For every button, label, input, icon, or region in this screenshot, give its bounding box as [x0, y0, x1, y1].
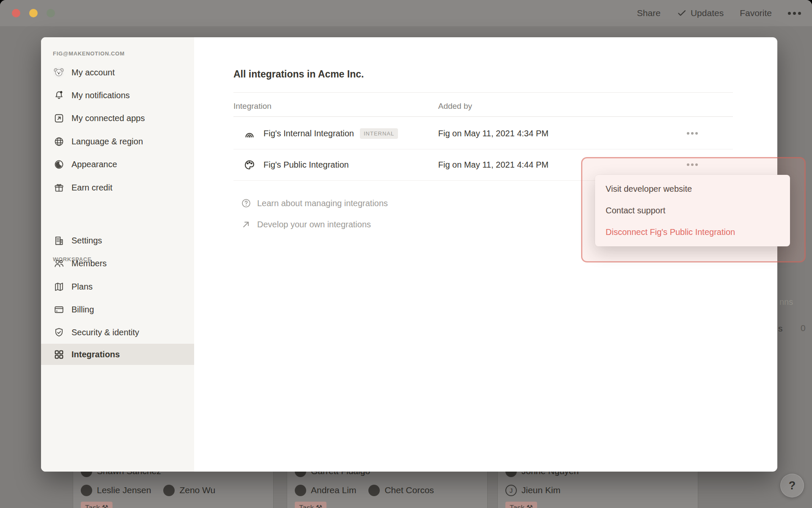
divider: [233, 149, 733, 149]
sidebar-item-label: Language & region: [71, 137, 143, 146]
sidebar-item-label: My notifications: [71, 91, 130, 100]
background-text-fragment: nns: [779, 297, 793, 307]
rainbow-arcs-icon: [243, 127, 256, 140]
grid-icon: [53, 348, 65, 360]
close-window-button[interactable]: [12, 9, 20, 17]
integration-row: Fig's Public Integration: [243, 154, 349, 175]
avatar: [368, 485, 380, 496]
avatar: [295, 485, 306, 496]
titlebar-actions: Share Updates Favorite: [637, 8, 801, 18]
sidebar-item-integrations[interactable]: Integrations: [41, 344, 194, 365]
avatar: [163, 485, 175, 496]
arrow-up-right-icon: [241, 219, 252, 230]
sidebar-item-label: Integrations: [71, 350, 120, 359]
window-titlebar: Share Updates Favorite: [0, 0, 812, 26]
integration-name: Fig's Internal Integration: [263, 129, 354, 138]
row-more-button[interactable]: [682, 127, 703, 140]
shield-check-icon: [53, 326, 65, 338]
members-icon: [53, 257, 65, 269]
external-link-box-icon: [53, 112, 65, 124]
menu-item-contact-support[interactable]: Contact support: [595, 200, 790, 221]
internal-badge: INTERNAL: [360, 128, 398, 139]
sidebar-item-settings[interactable]: Settings: [41, 229, 194, 252]
added-by-cell: Fig on May 11, 2021 4:34 PM: [438, 123, 549, 144]
sidebar-item-label: Earn credit: [71, 183, 112, 193]
integrations-panel: All integrations in Acme Inc. Integratio…: [194, 37, 777, 472]
person-name: Chet Corcos: [384, 485, 434, 495]
sidebar-item-my-connected-apps[interactable]: My connected apps: [41, 107, 194, 130]
integration-context-menu: Visit developer website Contact support …: [595, 175, 790, 246]
sidebar-item-language-region[interactable]: Language & region: [41, 130, 194, 153]
koala-avatar-icon: [53, 66, 65, 78]
sidebar-item-label: Appearance: [71, 160, 117, 169]
integration-row: Fig's Internal Integration INTERNAL: [243, 123, 398, 144]
develop-integrations-link[interactable]: Develop your own integrations: [241, 218, 371, 230]
sidebar-item-billing[interactable]: Billing: [41, 298, 194, 321]
divider: [233, 92, 733, 93]
help-button[interactable]: ?: [780, 474, 804, 497]
sidebar-item-label: Plans: [71, 282, 93, 292]
globe-icon: [53, 135, 65, 147]
sidebar-item-my-account[interactable]: My account: [41, 61, 194, 84]
person-name: Zeno Wu: [179, 485, 215, 495]
account-email-label: FIG@MAKENOTION.COM: [53, 47, 125, 59]
window-more-button[interactable]: [788, 12, 801, 15]
sidebar-item-label: Settings: [71, 236, 102, 246]
background-text-fragment: s: [778, 323, 783, 334]
task-tag: Task ⚒: [81, 502, 112, 508]
column-header-integration: Integration: [233, 100, 272, 112]
sidebar-item-my-notifications[interactable]: My notifications: [41, 84, 194, 107]
minimize-window-button[interactable]: [29, 9, 38, 17]
task-tag: Task ⚒: [295, 502, 326, 508]
favorite-label: Favorite: [740, 8, 772, 18]
traffic-lights: [12, 9, 55, 17]
help-circle-icon: [241, 198, 252, 209]
page-title: All integrations in Acme Inc.: [233, 69, 364, 80]
sidebar-item-members[interactable]: Members: [41, 252, 194, 275]
sidebar-item-label: Billing: [71, 305, 94, 315]
credit-card-icon: [53, 304, 65, 315]
map-icon: [53, 281, 65, 293]
favorite-button[interactable]: Favorite: [740, 8, 772, 18]
avatar: [81, 485, 92, 496]
gift-icon: [53, 182, 65, 193]
bell-icon: [53, 89, 65, 101]
background-text-fragment: 0: [801, 323, 806, 333]
share-button[interactable]: Share: [637, 8, 661, 18]
help-icon: ?: [789, 479, 796, 492]
sidebar-item-earn-credit[interactable]: Earn credit: [41, 176, 194, 199]
sidebar-item-plans[interactable]: Plans: [41, 275, 194, 298]
check-icon: [677, 8, 687, 18]
column-header-added-by: Added by: [438, 100, 472, 112]
share-label: Share: [637, 8, 661, 18]
sidebar-item-appearance[interactable]: Appearance: [41, 153, 194, 176]
divider: [233, 116, 733, 117]
moon-circle-icon: [53, 158, 65, 170]
person-name: Andrea Lim: [311, 485, 356, 495]
updates-button[interactable]: Updates: [677, 8, 724, 18]
person-name: Jieun Kim: [521, 485, 560, 495]
task-tag: Task ⚒: [505, 502, 537, 508]
sidebar-item-security-identity[interactable]: Security & identity: [41, 321, 194, 344]
updates-label: Updates: [691, 8, 724, 18]
palette-icon: [243, 158, 256, 171]
integration-name: Fig's Public Integration: [263, 160, 349, 170]
settings-sidebar: FIG@MAKENOTION.COM My account My notific…: [41, 37, 194, 472]
sidebar-item-label: Security & identity: [71, 328, 139, 337]
sidebar-item-label: My connected apps: [71, 113, 145, 123]
link-label: Learn about managing integrations: [257, 199, 388, 208]
menu-item-visit-developer-website[interactable]: Visit developer website: [595, 178, 790, 200]
person-name: Leslie Jensen: [97, 485, 151, 495]
settings-modal: FIG@MAKENOTION.COM My account My notific…: [41, 37, 777, 472]
learn-integrations-link[interactable]: Learn about managing integrations: [241, 197, 388, 209]
avatar-initial: J: [505, 485, 517, 496]
link-label: Develop your own integrations: [257, 220, 371, 229]
building-icon: [53, 235, 65, 246]
sidebar-item-label: Members: [71, 259, 107, 268]
row-more-button[interactable]: [682, 158, 703, 171]
menu-item-disconnect-integration[interactable]: Disconnect Fig's Public Integration: [595, 221, 790, 243]
added-by-cell: Fig on May 11, 2021 4:44 PM: [438, 154, 549, 175]
zoom-window-button[interactable]: [47, 9, 55, 17]
app-window: Share Updates Favorite Shawn Sanchez Les…: [0, 0, 812, 508]
sidebar-item-label: My account: [71, 68, 115, 77]
